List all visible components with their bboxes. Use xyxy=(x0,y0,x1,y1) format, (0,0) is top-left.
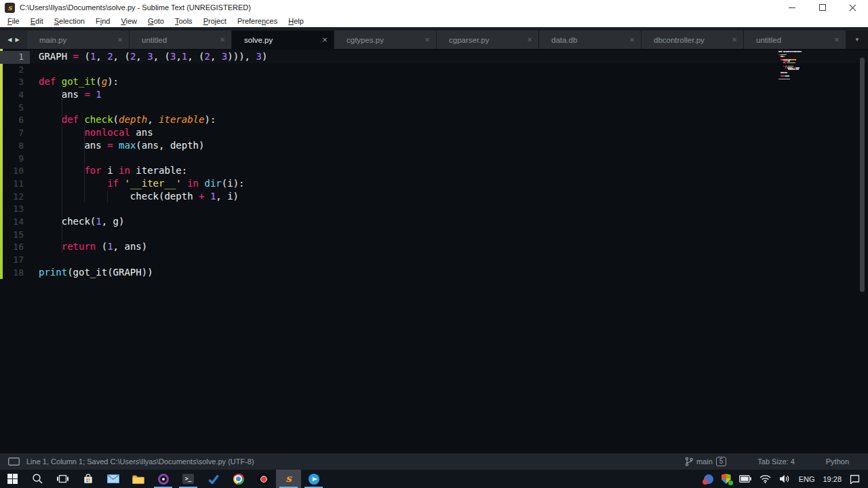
tab-solve-py[interactable]: solve.py xyxy=(232,31,334,49)
code-line-9[interactable]: 9 xyxy=(0,152,868,165)
editor[interactable]: 1GRAPH = (1, 2, (2, 3, (3,1, (2, 3))), 3… xyxy=(0,49,868,453)
code-line-8[interactable]: 8 ans = max(ans, depth) xyxy=(0,139,868,152)
search-icon[interactable] xyxy=(25,470,50,488)
code-line-3[interactable]: 3def got_it(g): xyxy=(0,75,868,88)
start-button[interactable] xyxy=(0,470,25,488)
code-line-14[interactable]: 14 check(1, g) xyxy=(0,215,868,228)
code-line-6[interactable]: 6 def check(depth, iterable): xyxy=(0,113,868,126)
syntax-status[interactable]: Python xyxy=(826,457,849,466)
sublime-text-icon[interactable]: s xyxy=(276,470,301,488)
close-icon xyxy=(849,4,856,12)
code-text xyxy=(30,64,39,75)
tab-scroll-right-icon[interactable] xyxy=(16,37,20,43)
code-text xyxy=(30,102,39,113)
menu-goto[interactable]: Goto xyxy=(142,17,170,25)
volume-icon[interactable] xyxy=(779,474,791,483)
line-number: 12 xyxy=(0,191,30,204)
tab-data-db[interactable]: data.db xyxy=(539,31,642,49)
code-line-12[interactable]: 12 check(depth + 1, i) xyxy=(0,190,868,203)
code-line-10[interactable]: 10 for i in iterable: xyxy=(0,164,868,177)
code-line-5[interactable]: 5 xyxy=(0,101,868,114)
git-branch-icon xyxy=(685,457,693,466)
battery-icon[interactable] xyxy=(739,475,751,483)
code-line-11[interactable]: 11 if '__iter__' in dir(i): xyxy=(0,177,868,190)
tab-main-py[interactable]: main.py xyxy=(27,31,130,49)
console-panel-icon[interactable] xyxy=(8,457,20,466)
menu-view[interactable]: View xyxy=(115,17,142,25)
line-number: 2 xyxy=(0,64,30,77)
code-line-4[interactable]: 4 ans = 1 xyxy=(0,88,868,101)
tab-close-icon[interactable] xyxy=(418,35,436,44)
git-branch-status[interactable]: main 5 xyxy=(685,457,726,466)
code-area[interactable]: 1GRAPH = (1, 2, (2, 3, (3,1, (2, 3))), 3… xyxy=(0,50,868,278)
menu-help[interactable]: Help xyxy=(283,17,309,25)
tab-scroll-left-icon[interactable] xyxy=(7,37,12,43)
close-button[interactable] xyxy=(837,0,868,15)
line-number: 11 xyxy=(0,178,30,191)
action-center-icon[interactable] xyxy=(850,474,860,484)
minimize-button[interactable] xyxy=(776,0,807,15)
tab-close-icon[interactable] xyxy=(316,35,334,44)
tab-close-icon[interactable] xyxy=(111,35,129,44)
tab-untitled[interactable]: untitled xyxy=(744,31,846,49)
tab-close-icon[interactable] xyxy=(828,35,846,44)
tab-close-icon[interactable] xyxy=(521,35,538,44)
tray-app-icon[interactable] xyxy=(704,474,713,484)
code-line-17[interactable]: 17 xyxy=(0,253,868,266)
code-text xyxy=(30,153,39,164)
screen-recorder-icon[interactable] xyxy=(251,470,276,488)
tab-close-icon[interactable] xyxy=(726,35,743,44)
restore-button[interactable] xyxy=(807,0,837,15)
wifi-icon[interactable] xyxy=(760,474,771,483)
menu-find[interactable]: Find xyxy=(90,17,115,25)
menu-preferences[interactable]: Preferences xyxy=(232,17,283,25)
line-number: 3 xyxy=(0,76,30,89)
todo-check-icon[interactable] xyxy=(201,470,226,488)
file-explorer-icon[interactable] xyxy=(125,470,151,488)
windows-security-icon[interactable] xyxy=(722,474,731,484)
tab-overflow-dropdown[interactable] xyxy=(846,31,868,49)
indent-guide xyxy=(107,190,108,203)
chrome-icon[interactable] xyxy=(226,470,251,488)
microsoft-store-icon[interactable] xyxy=(75,470,100,488)
code-line-2[interactable]: 2 xyxy=(0,63,868,76)
tab-label: dbcontroller.py xyxy=(654,36,726,44)
tab-dbcontroller-py[interactable]: dbcontroller.py xyxy=(642,31,744,49)
line-number: 8 xyxy=(0,140,30,153)
menu-project[interactable]: Project xyxy=(198,17,232,25)
telegram-icon[interactable] xyxy=(301,470,326,488)
window-title: C:\Users\Ilyas\Documents\solve.py - Subl… xyxy=(20,3,251,12)
tab-size-status[interactable]: Tab Size: 4 xyxy=(757,457,794,466)
code-line-16[interactable]: 16 return (1, ans) xyxy=(0,240,868,253)
tab-label: data.db xyxy=(551,36,623,44)
code-line-13[interactable]: 13 xyxy=(0,202,868,215)
minimap[interactable] xyxy=(778,51,811,80)
code-line-18[interactable]: 18print(got_it(GRAPH)) xyxy=(0,266,868,279)
tab-close-icon[interactable] xyxy=(623,35,641,44)
menu-file[interactable]: File xyxy=(2,17,25,25)
code-text: for i in iterable: xyxy=(30,165,187,176)
line-number: 6 xyxy=(0,114,30,127)
menu-selection[interactable]: Selection xyxy=(49,17,90,25)
tab-scroll-arrows[interactable] xyxy=(0,31,27,49)
code-line-1[interactable]: 1GRAPH = (1, 2, (2, 3, (3,1, (2, 3))), 3… xyxy=(0,50,868,63)
tab-label: untitled xyxy=(756,36,828,44)
clock[interactable]: 19:28 xyxy=(823,475,842,483)
menu-tools[interactable]: Tools xyxy=(170,17,198,25)
language-indicator[interactable]: ENG xyxy=(799,475,815,483)
code-line-7[interactable]: 7 nonlocal ans xyxy=(0,126,868,139)
tab-close-icon[interactable] xyxy=(214,35,231,44)
purple-ring-app-icon[interactable] xyxy=(151,470,176,488)
terminal-icon[interactable]: >_ xyxy=(176,470,201,488)
line-number: 16 xyxy=(0,241,30,254)
scrollbar-thumb[interactable] xyxy=(860,58,865,292)
indent-guide xyxy=(84,126,85,202)
tab-cgtypes-py[interactable]: cgtypes.py xyxy=(334,31,437,49)
mail-icon[interactable] xyxy=(100,470,125,488)
menu-edit[interactable]: Edit xyxy=(25,17,49,25)
task-view-icon[interactable] xyxy=(50,470,75,488)
tab-cgparser-py[interactable]: cgparser.py xyxy=(437,31,539,49)
code-line-15[interactable]: 15 xyxy=(0,228,868,241)
code-text: GRAPH = (1, 2, (2, 3, (3,1, (2, 3))), 3) xyxy=(30,51,267,62)
tab-untitled[interactable]: untitled xyxy=(130,31,232,49)
